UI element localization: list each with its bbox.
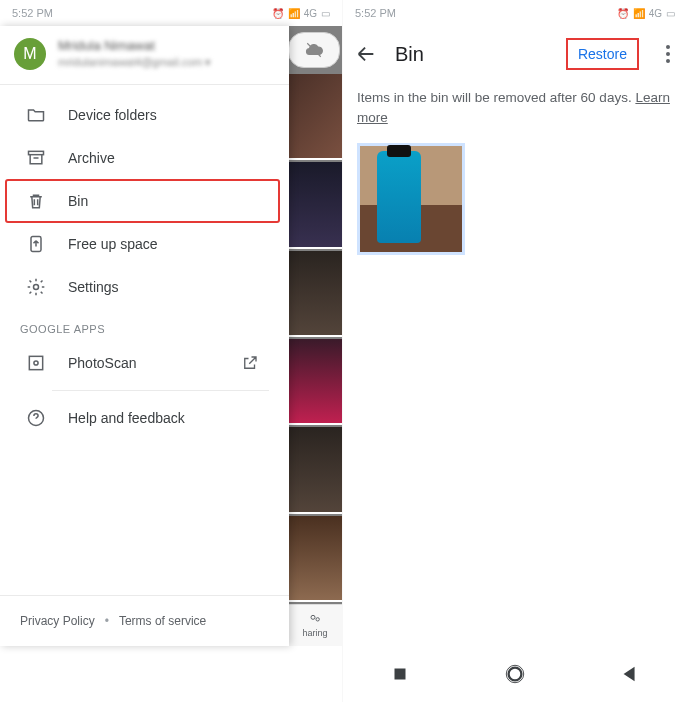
help-icon xyxy=(26,408,46,428)
bottom-nav-peek: haring xyxy=(288,604,342,646)
profile-text: Mridula Nimawat mridulanimawat4@gmail.co… xyxy=(58,38,212,69)
app-bar: Bin Restore xyxy=(343,26,687,82)
cloud-off-chip xyxy=(288,32,340,68)
sidebar-item-help[interactable]: Help and feedback xyxy=(6,397,279,439)
nav-home[interactable] xyxy=(504,663,526,685)
network-label: 4G xyxy=(649,8,662,19)
svg-point-12 xyxy=(509,668,522,681)
bin-notice: Items in the bin will be removed after 6… xyxy=(343,82,687,261)
svg-point-0 xyxy=(311,616,315,620)
battery-icon: ▭ xyxy=(321,8,330,19)
photo-stub xyxy=(288,339,342,425)
status-time: 5:52 PM xyxy=(12,7,53,19)
spacer xyxy=(343,261,687,647)
bin-photo-thumb[interactable] xyxy=(357,143,465,255)
drawer-list: Device folders Archive Bin Free up space xyxy=(0,85,289,595)
status-bar: 5:52 PM ⏰ 📶 4G ▭ xyxy=(0,0,342,26)
photo-stub xyxy=(288,162,342,248)
trash-icon xyxy=(26,191,46,211)
photo-stub xyxy=(288,427,342,513)
drawer-footer: Privacy Policy • Terms of service xyxy=(0,595,289,646)
phone-left-drawer: 5:52 PM ⏰ 📶 4G ▭ haring M xyxy=(0,0,343,702)
avatar: M xyxy=(14,38,46,70)
svg-point-1 xyxy=(316,618,319,621)
broom-icon xyxy=(26,234,46,254)
sidebar-item-archive[interactable]: Archive xyxy=(6,137,279,179)
status-bar: 5:52 PM ⏰ 📶 4G ▭ xyxy=(343,0,687,26)
status-time: 5:52 PM xyxy=(355,7,396,19)
privacy-link[interactable]: Privacy Policy xyxy=(20,614,95,628)
sidebar-item-label: Help and feedback xyxy=(68,410,185,426)
sidebar-item-label: Device folders xyxy=(68,107,157,123)
external-link-icon xyxy=(241,354,259,372)
dot-separator: • xyxy=(105,614,109,628)
sidebar-item-label: PhotoScan xyxy=(68,355,137,371)
svg-rect-5 xyxy=(29,356,42,369)
profile-header[interactable]: M Mridula Nimawat mridulanimawat4@gmail.… xyxy=(0,26,289,85)
alarm-icon: ⏰ xyxy=(617,8,629,19)
restore-button[interactable]: Restore xyxy=(566,38,639,70)
archive-icon xyxy=(26,148,46,168)
photo-stub xyxy=(288,251,342,337)
back-button[interactable] xyxy=(355,43,377,65)
signal-icon: 📶 xyxy=(633,8,645,19)
svg-rect-2 xyxy=(29,151,44,154)
backdrop-photo-strip: haring xyxy=(288,26,342,646)
navigation-drawer: M Mridula Nimawat mridulanimawat4@gmail.… xyxy=(0,26,289,646)
svg-point-6 xyxy=(34,361,38,365)
phone-right-bin: 5:52 PM ⏰ 📶 4G ▭ Bin Restore Items in th… xyxy=(343,0,687,702)
nav-back[interactable] xyxy=(619,663,641,685)
android-navbar xyxy=(343,646,687,702)
bin-grid xyxy=(357,129,673,255)
divider xyxy=(52,390,269,391)
status-icons: ⏰ 📶 4G ▭ xyxy=(617,8,675,19)
more-menu-button[interactable] xyxy=(657,41,679,67)
notice-text: Items in the bin will be removed after 6… xyxy=(357,90,635,105)
photo-stub xyxy=(288,74,342,160)
sidebar-item-free-up-space[interactable]: Free up space xyxy=(6,223,279,265)
sidebar-item-label: Settings xyxy=(68,279,119,295)
svg-point-4 xyxy=(34,285,39,290)
svg-rect-11 xyxy=(395,669,406,680)
battery-icon: ▭ xyxy=(666,8,675,19)
profile-name: Mridula Nimawat xyxy=(58,38,212,55)
terms-link[interactable]: Terms of service xyxy=(119,614,206,628)
gear-icon xyxy=(26,277,46,297)
sidebar-item-label: Archive xyxy=(68,150,115,166)
sidebar-item-label: Free up space xyxy=(68,236,158,252)
sidebar-item-photoscan[interactable]: PhotoScan xyxy=(6,342,279,384)
drawer-section-header: GOOGLE APPS xyxy=(0,309,289,341)
folder-icon xyxy=(26,105,46,125)
bottle-graphic xyxy=(377,151,421,243)
alarm-icon: ⏰ xyxy=(272,8,284,19)
photoscan-icon xyxy=(26,353,46,373)
sidebar-item-settings[interactable]: Settings xyxy=(6,266,279,308)
status-icons: ⏰ 📶 4G ▭ xyxy=(272,8,330,19)
photo-stub xyxy=(288,516,342,602)
network-label: 4G xyxy=(304,8,317,19)
nav-recents[interactable] xyxy=(389,663,411,685)
page-title: Bin xyxy=(395,43,548,66)
profile-email: mridulanimawat4@gmail.com ▾ xyxy=(58,55,212,69)
sidebar-item-bin[interactable]: Bin xyxy=(6,180,279,222)
signal-icon: 📶 xyxy=(288,8,300,19)
sidebar-item-device-folders[interactable]: Device folders xyxy=(6,94,279,136)
sidebar-item-label: Bin xyxy=(68,193,88,209)
